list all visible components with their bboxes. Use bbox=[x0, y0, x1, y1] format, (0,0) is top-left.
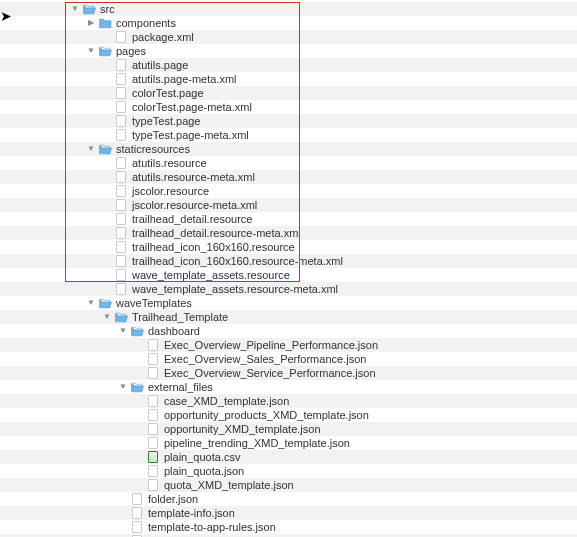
tree-row[interactable]: jscolor.resource bbox=[0, 184, 577, 198]
tree-item-label: template-to-app-rules.json bbox=[148, 520, 276, 534]
tree-item-label: waveTemplates bbox=[116, 296, 192, 310]
tree-row[interactable]: Exec_Overview_Service_Performance.json bbox=[0, 366, 577, 380]
tree-row[interactable]: ▼src bbox=[0, 2, 577, 16]
tree-row[interactable]: typeTest.page-meta.xml bbox=[0, 128, 577, 142]
tree-item-label: trailhead_detail.resource bbox=[132, 212, 252, 226]
file-tree[interactable]: ▼src▶componentspackage.xml▼pagesatutils.… bbox=[0, 0, 577, 537]
tree-item-label: atutils.resource bbox=[132, 156, 207, 170]
tree-row[interactable]: jscolor.resource-meta.xml bbox=[0, 198, 577, 212]
tree-item-label: wave_template_assets.resource-meta.xml bbox=[132, 282, 338, 296]
tree-row[interactable]: ▼dashboard bbox=[0, 324, 577, 338]
tree-row[interactable]: folder.json bbox=[0, 492, 577, 506]
tree-item-label: plain_quota.json bbox=[164, 464, 244, 478]
tree-row[interactable]: ▼pages bbox=[0, 44, 577, 58]
disclosure-down-icon[interactable]: ▼ bbox=[118, 324, 128, 338]
tree-row[interactable]: ▼external_files bbox=[0, 380, 577, 394]
disclosure-down-icon[interactable]: ▼ bbox=[70, 2, 80, 16]
disclosure-down-icon[interactable]: ▼ bbox=[118, 380, 128, 394]
tree-row[interactable]: template-to-app-rules.json bbox=[0, 520, 577, 534]
tree-row[interactable]: quota_XMD_template.json bbox=[0, 478, 577, 492]
tree-row[interactable]: atutils.resource-meta.xml bbox=[0, 170, 577, 184]
disclosure-right-icon[interactable]: ▶ bbox=[86, 16, 96, 30]
tree-row[interactable]: Exec_Overview_Pipeline_Performance.json bbox=[0, 338, 577, 352]
file-icon bbox=[114, 171, 128, 183]
disclosure-down-icon[interactable]: ▼ bbox=[86, 296, 96, 310]
tree-item-label: atutils.page bbox=[132, 58, 188, 72]
tree-row[interactable]: case_XMD_template.json bbox=[0, 394, 577, 408]
tree-row[interactable]: typeTest.page bbox=[0, 114, 577, 128]
file-icon bbox=[130, 521, 144, 533]
tree-row[interactable]: opportunity_products_XMD_template.json bbox=[0, 408, 577, 422]
file-icon bbox=[114, 283, 128, 295]
folder-open-icon bbox=[130, 381, 144, 393]
tree-row[interactable]: trailhead_detail.resource-meta.xml bbox=[0, 226, 577, 240]
tree-row[interactable]: ▶components bbox=[0, 16, 577, 30]
file-icon bbox=[146, 423, 160, 435]
tree-row[interactable]: opportunity_XMD_template.json bbox=[0, 422, 577, 436]
file-icon bbox=[114, 255, 128, 267]
disclosure-down-icon[interactable]: ▼ bbox=[86, 44, 96, 58]
tree-row[interactable]: ▼staticresources bbox=[0, 142, 577, 156]
tree-item-label: colorTest.page-meta.xml bbox=[132, 100, 252, 114]
tree-item-label: folder.json bbox=[148, 492, 198, 506]
tree-row[interactable]: package.xml bbox=[0, 30, 577, 44]
tree-item-label: Exec_Overview_Pipeline_Performance.json bbox=[164, 338, 378, 352]
tree-row[interactable]: pipeline_trending_XMD_template.json bbox=[0, 436, 577, 450]
tree-row[interactable]: atutils.page-meta.xml bbox=[0, 72, 577, 86]
file-icon bbox=[130, 507, 144, 519]
tree-row[interactable]: ▼waveTemplates bbox=[0, 296, 577, 310]
tree-item-label: package.xml bbox=[132, 30, 194, 44]
tree-row[interactable]: colorTest.page-meta.xml bbox=[0, 100, 577, 114]
file-icon bbox=[114, 199, 128, 211]
tree-item-label: opportunity_XMD_template.json bbox=[164, 422, 321, 436]
tree-item-label: src bbox=[100, 2, 115, 16]
disclosure-down-icon[interactable]: ▼ bbox=[86, 142, 96, 156]
tree-item-label: pipeline_trending_XMD_template.json bbox=[164, 436, 350, 450]
tree-item-label: opportunity_products_XMD_template.json bbox=[164, 408, 369, 422]
tree-item-label: quota_XMD_template.json bbox=[164, 478, 294, 492]
file-icon bbox=[114, 31, 128, 43]
tree-row[interactable]: atutils.resource bbox=[0, 156, 577, 170]
file-icon bbox=[114, 101, 128, 113]
tree-row[interactable]: wave_template_assets.resource bbox=[0, 268, 577, 282]
tree-item-label: trailhead_icon_160x160.resource-meta.xml bbox=[132, 254, 343, 268]
file-csv-icon bbox=[146, 451, 160, 463]
file-icon bbox=[146, 367, 160, 379]
tree-row[interactable]: Exec_Overview_Sales_Performance.json bbox=[0, 352, 577, 366]
tree-item-label: case_XMD_template.json bbox=[164, 394, 289, 408]
tree-row[interactable]: plain_quota.csv bbox=[0, 450, 577, 464]
tree-row[interactable]: trailhead_detail.resource bbox=[0, 212, 577, 226]
file-icon bbox=[114, 213, 128, 225]
tree-row[interactable]: plain_quota.json bbox=[0, 464, 577, 478]
tree-row[interactable]: atutils.page bbox=[0, 58, 577, 72]
tree-item-label: jscolor.resource-meta.xml bbox=[132, 198, 257, 212]
tree-item-label: dashboard bbox=[148, 324, 200, 338]
file-icon bbox=[114, 269, 128, 281]
tree-row[interactable]: colorTest.page bbox=[0, 86, 577, 100]
folder-open-icon bbox=[98, 297, 112, 309]
tree-row[interactable]: trailhead_icon_160x160.resource-meta.xml bbox=[0, 254, 577, 268]
file-icon bbox=[146, 409, 160, 421]
tree-row[interactable]: template-info.json bbox=[0, 506, 577, 520]
folder-open-icon bbox=[130, 325, 144, 337]
file-icon bbox=[114, 185, 128, 197]
file-icon bbox=[146, 395, 160, 407]
disclosure-down-icon[interactable]: ▼ bbox=[102, 310, 112, 324]
tree-item-label: Trailhead_Template bbox=[132, 310, 228, 324]
tree-item-label: Exec_Overview_Service_Performance.json bbox=[164, 366, 376, 380]
tree-row[interactable]: wave_template_assets.resource-meta.xml bbox=[0, 282, 577, 296]
tree-row[interactable]: trailhead_icon_160x160.resource bbox=[0, 240, 577, 254]
tree-item-label: external_files bbox=[148, 380, 213, 394]
tree-item-label: atutils.resource-meta.xml bbox=[132, 170, 255, 184]
file-icon bbox=[146, 353, 160, 365]
tree-item-label: Exec_Overview_Sales_Performance.json bbox=[164, 352, 366, 366]
file-icon bbox=[146, 465, 160, 477]
file-icon bbox=[114, 87, 128, 99]
tree-row[interactable]: ▼Trailhead_Template bbox=[0, 310, 577, 324]
file-icon bbox=[114, 115, 128, 127]
tree-item-label: jscolor.resource bbox=[132, 184, 209, 198]
tree-item-label: template-info.json bbox=[148, 506, 235, 520]
tree-item-label: typeTest.page bbox=[132, 114, 201, 128]
tree-item-label: atutils.page-meta.xml bbox=[132, 72, 237, 86]
file-icon bbox=[130, 493, 144, 505]
